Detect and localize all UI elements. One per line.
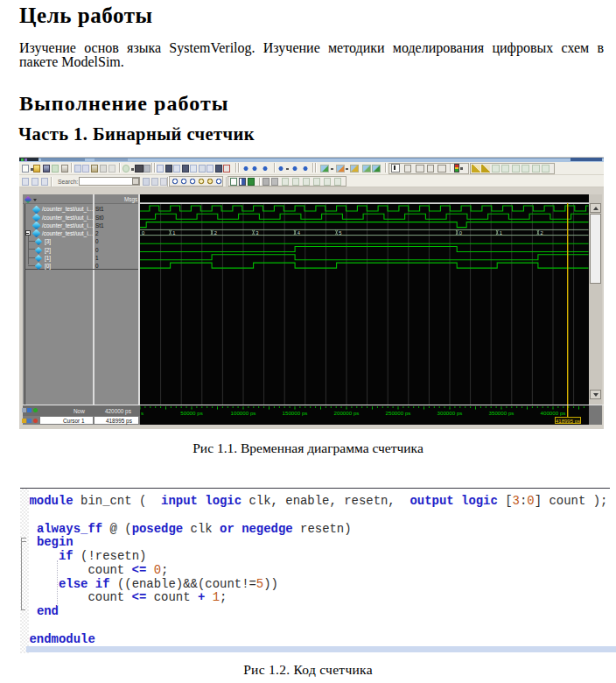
svg-text:100000 ps: 100000 ps [231,410,256,416]
svg-text:300000 ps: 300000 ps [438,410,463,416]
svg-text:s: s [141,410,144,416]
svg-text:5: 5 [339,230,341,236]
svg-text:2: 2 [214,230,217,236]
svg-text:250000 ps: 250000 ps [386,410,411,416]
svg-text:50000 ps: 50000 ps [180,410,202,416]
svg-text:350000 ps: 350000 ps [489,410,514,416]
svg-text:0: 0 [459,230,462,236]
svg-text:3: 3 [256,230,258,236]
svg-text:1: 1 [172,230,175,236]
svg-text:400000 ps: 400000 ps [541,410,566,416]
svg-text:0: 0 [142,230,144,236]
svg-text:2: 2 [541,230,543,236]
svg-text:200000 ps: 200000 ps [334,410,360,416]
svg-text:1: 1 [500,230,502,236]
svg-text:150000 ps: 150000 ps [283,410,308,416]
